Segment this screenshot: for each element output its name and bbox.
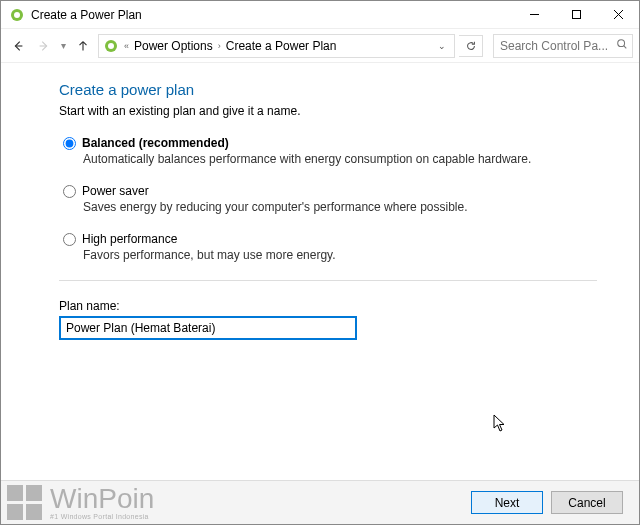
option-balanced-label: Balanced (recommended) <box>82 136 229 150</box>
option-power-saver-desc: Saves energy by reducing your computer's… <box>83 200 597 214</box>
radio-balanced[interactable] <box>63 137 76 150</box>
content-area: Create a power plan Start with an existi… <box>1 63 639 480</box>
chevron-left-icon: « <box>121 41 132 51</box>
navbar: ▾ « Power Options › Create a Power Plan … <box>1 29 639 63</box>
radio-high-performance[interactable] <box>63 233 76 246</box>
back-button[interactable] <box>7 35 29 57</box>
window-title: Create a Power Plan <box>31 8 513 22</box>
svg-line-11 <box>624 46 627 49</box>
option-balanced-desc: Automatically balances performance with … <box>83 152 597 166</box>
window: Create a Power Plan ▾ « Power Options › … <box>1 1 639 524</box>
app-icon <box>9 7 25 23</box>
recent-locations-icon[interactable]: ▾ <box>59 40 68 51</box>
svg-point-9 <box>108 43 114 49</box>
page-heading: Create a power plan <box>59 81 597 98</box>
page-intro: Start with an existing plan and give it … <box>59 104 597 118</box>
radio-power-saver[interactable] <box>63 185 76 198</box>
option-balanced: Balanced (recommended) Automatically bal… <box>59 136 597 166</box>
option-high-performance-label: High performance <box>82 232 177 246</box>
next-button[interactable]: Next <box>471 491 543 514</box>
maximize-button[interactable] <box>555 1 597 29</box>
address-dropdown-icon[interactable]: ⌄ <box>434 41 450 51</box>
cancel-button[interactable]: Cancel <box>551 491 623 514</box>
divider <box>59 280 597 281</box>
close-button[interactable] <box>597 1 639 29</box>
search-input[interactable] <box>498 38 612 54</box>
window-controls <box>513 1 639 29</box>
svg-point-10 <box>618 40 625 47</box>
option-power-saver-label: Power saver <box>82 184 149 198</box>
forward-button[interactable] <box>33 35 55 57</box>
minimize-button[interactable] <box>513 1 555 29</box>
option-high-performance-desc: Favors performance, but may use more ene… <box>83 248 597 262</box>
breadcrumb-item[interactable]: Power Options <box>134 39 213 53</box>
option-power-saver-row[interactable]: Power saver <box>63 184 597 198</box>
option-balanced-row[interactable]: Balanced (recommended) <box>63 136 597 150</box>
titlebar: Create a Power Plan <box>1 1 639 29</box>
refresh-button[interactable] <box>459 35 483 57</box>
button-bar: Next Cancel <box>1 480 639 524</box>
svg-rect-3 <box>572 11 580 19</box>
plan-name-input[interactable] <box>59 316 357 340</box>
chevron-right-icon: › <box>215 41 224 51</box>
search-box[interactable] <box>493 34 633 58</box>
option-high-performance: High performance Favors performance, but… <box>59 232 597 262</box>
svg-point-1 <box>14 12 20 18</box>
option-power-saver: Power saver Saves energy by reducing you… <box>59 184 597 214</box>
up-button[interactable] <box>72 35 94 57</box>
plan-name-label: Plan name: <box>59 299 597 313</box>
breadcrumb[interactable]: « Power Options › Create a Power Plan ⌄ <box>98 34 455 58</box>
breadcrumb-item[interactable]: Create a Power Plan <box>226 39 337 53</box>
search-icon <box>616 38 628 53</box>
address-icon <box>103 38 119 54</box>
option-high-performance-row[interactable]: High performance <box>63 232 597 246</box>
